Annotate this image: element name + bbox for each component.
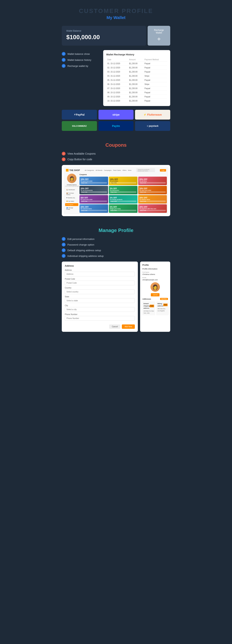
- copy-code-button[interactable]: Copy Code: [80, 210, 107, 211]
- coupon-discount: 20% OFF: [80, 206, 107, 208]
- profile-card-title: Profile: [142, 264, 168, 266]
- wallet-balance-card: Wallet Balance $100,000.00: [62, 26, 146, 46]
- stripe-logo[interactable]: stripe: [98, 110, 134, 120]
- edit-address-button[interactable]: Edit: [150, 305, 154, 307]
- billing-address-header: Billing address Edit: [158, 302, 168, 307]
- cell-amount: $1,230.00: [128, 74, 144, 78]
- copy-code-button[interactable]: Copy Code: [139, 191, 166, 193]
- paystack-logo[interactable]: ≡ paystack: [135, 121, 170, 131]
- state-select[interactable]: [65, 298, 135, 303]
- city-select[interactable]: [65, 307, 135, 312]
- sslcommerz-logo[interactable]: SSLCOMMERZ: [62, 121, 97, 131]
- coupon-user-name: Christina Ashenschris.ashens@example.com: [65, 184, 78, 187]
- cell-method: Paypal: [143, 86, 167, 90]
- add-new-button[interactable]: Add New: [122, 324, 135, 329]
- coupon-label: On selected items: [80, 208, 107, 210]
- cell-method: Stripe: [143, 82, 167, 86]
- recharge-wallet-button[interactable]: Recharge Wallet +: [148, 26, 170, 46]
- form-title: Address: [65, 264, 135, 267]
- manage-profile-section: Manage Profile ✓ Edit personal informati…: [58, 222, 174, 338]
- main-title: CUSTOMER PROFILE: [62, 8, 170, 14]
- col-date: Date: [106, 58, 128, 62]
- billing-address-value: 456 Side Ave, Los Angeles: [158, 308, 168, 312]
- plus-icon: +: [157, 36, 161, 42]
- edit-billing-button[interactable]: Edit: [163, 304, 168, 306]
- history-title: Wallet Recharge History: [106, 53, 167, 56]
- paypal-logo[interactable]: 𝑷 PayPal: [62, 110, 97, 120]
- coupon-layout: 👩 Christina Ashenschris.ashens@example.c…: [65, 174, 167, 213]
- copy-code-button[interactable]: Copy Code: [110, 200, 136, 202]
- wallet-content: ✓ Wallet balance show ✓ Wallet balance h…: [62, 50, 170, 106]
- sidebar-manage-profile[interactable]: 👤 Manage Profile: [65, 206, 78, 211]
- sidebar-dashboard[interactable]: 🏠 Dashboard: [65, 188, 78, 191]
- wallet-feature-2: ✓ Wallet balance history: [62, 58, 100, 62]
- flutterwave-logo[interactable]: ⚡ Flutterwave: [135, 110, 170, 120]
- copy-code-button[interactable]: Copy Code: [139, 182, 166, 184]
- postal-code-label: Postal Code: [65, 278, 135, 280]
- coupon-discount: 5% OFF: [110, 206, 136, 208]
- coupon-discount: 5% OFF: [110, 188, 136, 190]
- default-address-value: 123 Main St, New York, USA: [144, 310, 154, 314]
- copy-code-button[interactable]: Copy Code: [80, 200, 107, 202]
- table-row: 08. 15-12-2020 $1,230.00 Paypal: [106, 90, 167, 95]
- sidebar-wallet[interactable]: 💳 My Wallet: [65, 200, 78, 203]
- upload-button[interactable]: Upload: [151, 293, 159, 296]
- coupon-label: On all items: [139, 180, 166, 182]
- check-icon: ✓: [62, 58, 66, 62]
- coupon-item: 5% OFF On beauty products Copy Code: [109, 195, 138, 204]
- sidebar-purchase[interactable]: 📦 Purchase History: [65, 192, 78, 196]
- copy-code-button[interactable]: Copy Code: [139, 210, 166, 211]
- cell-date: 05. 15-12-2020: [106, 78, 128, 82]
- cancel-button[interactable]: Cancel: [109, 324, 120, 329]
- phone-label: Phone Number: [65, 313, 135, 316]
- address-label: Address: [65, 269, 135, 271]
- copy-code-button[interactable]: Copy Code: [110, 191, 136, 193]
- profile-features: ✓ Edit personal information ✓ Password c…: [62, 237, 170, 258]
- sidebar-wishlist[interactable]: ❤ Wishlist (01): [65, 196, 78, 200]
- table-row: 04. 15-12-2020 $1,230.00 Stripe: [106, 74, 167, 78]
- profile-feature-label-2: Password change option: [68, 243, 94, 246]
- copy-code-button[interactable]: Copy Code: [139, 200, 166, 202]
- country-select[interactable]: [65, 290, 135, 294]
- profile-value-name: Christina Ashens: [142, 274, 168, 275]
- sidebar-coupons[interactable]: 🏷 Coupons: [65, 203, 78, 206]
- profile-field-name: Full Name: [142, 271, 168, 273]
- table-row: 07. 15-12-2020 $1,230.00 Paypal: [106, 86, 167, 90]
- cell-method: Paypal: [143, 66, 167, 70]
- coupon-item: 20% OFF On payment with Visa card Copy C…: [138, 204, 167, 213]
- paytm-logo[interactable]: Paytm: [98, 121, 134, 131]
- coupon-item: 10% OFF On all orders Copy Code: [109, 177, 138, 185]
- copy-code-button[interactable]: Copy Code: [110, 182, 136, 184]
- coupon-item: 20% OFF On car accessories Copy Code: [80, 186, 108, 194]
- address-input[interactable]: [65, 272, 135, 276]
- wallet-balance-label: Wallet Balance: [66, 30, 142, 32]
- cell-amount: $1,230.00: [128, 78, 144, 82]
- recharge-label: Recharge Wallet: [151, 29, 167, 34]
- billing-address-card: Billing address Edit 456 Side Ave, Los A…: [156, 302, 169, 315]
- coupon-item: 5% OFF On electronics Copy Code: [109, 186, 138, 194]
- coupons-page-title: Coupons: [80, 174, 167, 176]
- addresses-section: Default shipping address Edit 123 Main S…: [142, 302, 168, 315]
- add-address-button[interactable]: Add New: [160, 298, 168, 300]
- cell-date: 01. 15-12-2020: [106, 62, 128, 66]
- check-icon-red: ✓: [62, 152, 66, 156]
- postal-code-input[interactable]: [65, 280, 135, 285]
- coupon-item: 20% OFF On selected items Copy Code: [80, 204, 108, 213]
- copy-code-button[interactable]: Copy Code: [80, 191, 107, 193]
- phone-input[interactable]: [65, 316, 135, 321]
- cell-date: 09. 15-12-2020: [106, 95, 128, 99]
- coupon-label: On payment with Visa card: [139, 208, 166, 210]
- profile-layout: Address Address Postal Code Country Stat…: [62, 262, 170, 332]
- feature-label-2: Wallet balance history: [68, 58, 91, 62]
- table-row: 06. 15-12-2020 $1,230.00 Stripe: [106, 82, 167, 86]
- coupon-label: On all orders: [110, 180, 136, 182]
- copy-code-button[interactable]: Copy Code: [110, 210, 136, 211]
- cell-date: 04. 15-12-2020: [106, 74, 128, 78]
- check-icon: ✓: [62, 243, 66, 246]
- cell-method: Paypal: [143, 95, 167, 99]
- check-icon: ✓: [62, 248, 66, 252]
- profile-feature-label-3: Default shipping address setup: [68, 249, 101, 252]
- cell-amount: $1,230.00: [128, 66, 144, 70]
- coupon-label: For your first order: [80, 199, 107, 200]
- copy-code-button[interactable]: Copy Code: [80, 182, 107, 184]
